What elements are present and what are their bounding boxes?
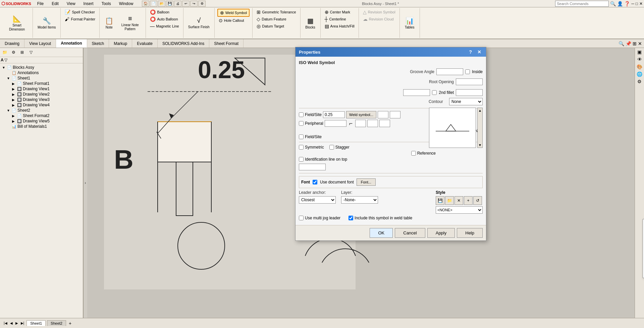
- geometric-tolerance-btn[interactable]: ⊞ Geometric Tolerance: [255, 9, 297, 15]
- smart-dimension-btn[interactable]: 📐 Smart Dimension: [4, 13, 30, 33]
- toolbar-redo[interactable]: ↪: [190, 1, 198, 7]
- groove-extra-1[interactable]: [299, 164, 326, 170]
- tree-item-sheet-format1[interactable]: ▶ 📄 Sheet Format1: [1, 81, 82, 86]
- add-sheet-btn[interactable]: +: [69, 321, 71, 326]
- weld-value-input[interactable]: [323, 111, 345, 118]
- tree-item-bom1[interactable]: ▶ 📊 Bill of Materials1: [1, 124, 82, 129]
- leader-anchor-select[interactable]: Closest Left Right: [299, 196, 336, 204]
- menu-insert[interactable]: Insert: [82, 1, 96, 7]
- expand-drawing-view3[interactable]: ▶: [12, 98, 16, 102]
- filter-btn[interactable]: ▽: [27, 49, 35, 56]
- sheet-tab-2[interactable]: Sheet2: [47, 320, 66, 326]
- revision-symbol-btn[interactable]: △ Revision Symbol: [362, 9, 397, 15]
- peripheral-extra-3[interactable]: [379, 120, 390, 127]
- search-icon-tab[interactable]: 🔍: [619, 41, 624, 46]
- surface-finish-btn[interactable]: √ Surface Finish: [186, 15, 212, 31]
- right-icon-2[interactable]: 👁: [637, 56, 643, 63]
- datum-feature-btn[interactable]: ◇ Datum Feature: [255, 16, 297, 22]
- tree-item-sheet2[interactable]: ▼ 📄 Sheet2: [1, 108, 82, 113]
- tree-item-drawing-view1[interactable]: ▶ 🔲 Drawing View1: [1, 86, 82, 92]
- menu-file[interactable]: File: [35, 1, 46, 7]
- search-commands-input[interactable]: [555, 1, 609, 7]
- tree-item-annotations[interactable]: ▶ 📋 Annotations: [1, 70, 82, 75]
- style-delete-btn[interactable]: ✕: [454, 196, 463, 205]
- cancel-button[interactable]: Cancel: [395, 228, 425, 238]
- contour-select-top[interactable]: None Flat Convex Concave: [449, 98, 483, 105]
- symmetric-checkbox[interactable]: [299, 145, 304, 150]
- style-save-btn[interactable]: 💾: [436, 196, 444, 205]
- toolbar-undo[interactable]: ↩: [182, 1, 190, 7]
- tree-item-drawing-view4[interactable]: ▶ 🔲 Drawing View4: [1, 102, 82, 108]
- expand-sheet-format2[interactable]: ▶: [12, 114, 16, 118]
- second-fillet-input-left[interactable]: [403, 89, 430, 96]
- expand-drawing-view5[interactable]: ▶: [12, 119, 16, 123]
- include-symbol-checkbox[interactable]: [348, 216, 353, 220]
- filter-icon-btn[interactable]: ▽: [4, 58, 7, 62]
- weld-symbol-picker-btn[interactable]: Weld symbol...: [346, 111, 376, 118]
- blocks-btn[interactable]: ▦ Blocks: [303, 15, 317, 31]
- toolbar-save[interactable]: 💾: [166, 1, 173, 7]
- sheet-tab-1[interactable]: Sheet1: [26, 320, 46, 326]
- second-fillet-checkbox[interactable]: [432, 90, 437, 95]
- weld-extra-input-1[interactable]: [378, 111, 388, 118]
- linear-note-pattern-btn[interactable]: ≡ Linear Note Pattern: [117, 13, 143, 33]
- config-manager-btn[interactable]: ⊞: [18, 49, 26, 56]
- menu-edit[interactable]: Edit: [50, 1, 61, 7]
- auto-balloon-btn[interactable]: ⭕ Auto Balloon: [149, 16, 180, 22]
- toolbar-print[interactable]: 🖨: [174, 1, 181, 7]
- menu-tools[interactable]: Tools: [100, 1, 113, 7]
- tables-btn[interactable]: 📊 Tables: [403, 15, 417, 31]
- tab-view-layout[interactable]: View Layout: [24, 39, 56, 48]
- collapse-tab-icon[interactable]: ✕: [638, 41, 642, 46]
- multi-jog-checkbox[interactable]: [299, 216, 304, 220]
- peripheral-checkbox[interactable]: [299, 121, 304, 126]
- revision-cloud-btn[interactable]: ☁ Revision Cloud: [362, 16, 397, 22]
- pin-icon[interactable]: 📌: [626, 41, 631, 46]
- expand-icon[interactable]: ⊞: [633, 41, 637, 46]
- right-icon-3[interactable]: 🎨: [636, 63, 643, 70]
- expand-drawing-view4[interactable]: ▶: [12, 103, 16, 107]
- layer-select[interactable]: -None-: [341, 196, 378, 204]
- tab-sheet-format[interactable]: Sheet Format: [209, 39, 244, 48]
- datum-target-btn[interactable]: ◎ Datum Target: [255, 23, 297, 30]
- minimize-icon[interactable]: ─: [631, 1, 634, 6]
- reference-checkbox[interactable]: [411, 151, 416, 156]
- sheet-prev-btn[interactable]: ◀: [9, 321, 14, 325]
- area-hatch-fill-btn[interactable]: ▤ Area Hatch/Fill: [323, 23, 356, 30]
- dialog-help-btn[interactable]: ?: [468, 49, 473, 55]
- sheet-first-btn[interactable]: |◀: [3, 321, 8, 325]
- tab-sketch[interactable]: Sketch: [87, 39, 109, 48]
- feature-manager-btn[interactable]: 📁: [1, 49, 9, 56]
- note-btn[interactable]: 📋 Note: [102, 15, 116, 31]
- hole-callout-btn[interactable]: ⊙ Hole Callout: [217, 17, 250, 24]
- style-reset-btn[interactable]: ↺: [473, 196, 482, 205]
- root-opening-input[interactable]: [456, 78, 483, 85]
- expand-sheet2[interactable]: ▼: [7, 109, 11, 112]
- inside-checkbox[interactable]: [465, 69, 470, 74]
- sheet-next-btn[interactable]: ▶: [14, 321, 19, 325]
- tree-item-drawing-view3[interactable]: ▶ 🔲 Drawing View3: [1, 97, 82, 102]
- peripheral-input[interactable]: [325, 120, 346, 127]
- right-icon-1[interactable]: ▣: [637, 49, 642, 55]
- spell-checker-btn[interactable]: 📝 Spell Checker: [63, 9, 97, 15]
- ok-button[interactable]: OK: [370, 228, 393, 238]
- tab-annotation[interactable]: Annotation: [56, 39, 87, 48]
- model-items-btn[interactable]: 🔧 Model Items: [36, 15, 58, 31]
- peripheral-extra-1[interactable]: [355, 120, 366, 127]
- scroll-down-btn[interactable]: ▼: [478, 143, 482, 148]
- use-doc-font-checkbox[interactable]: [313, 180, 317, 184]
- balloon-btn[interactable]: ⭕ Balloon: [149, 9, 180, 15]
- dialog-close-btn[interactable]: ✕: [476, 49, 483, 55]
- expand-sheet1[interactable]: ▼: [7, 76, 11, 80]
- right-icon-5[interactable]: ⚙: [637, 78, 642, 85]
- id-line-checkbox[interactable]: [299, 157, 304, 162]
- expand-drawing-view1[interactable]: ▶: [12, 87, 16, 91]
- stagger-checkbox[interactable]: [329, 145, 334, 150]
- toolbar-settings[interactable]: ⚙: [198, 1, 206, 7]
- maximize-icon[interactable]: □: [636, 1, 638, 6]
- tab-addins[interactable]: SOLIDWORKS Add-Ins: [158, 39, 209, 48]
- tab-evaluate[interactable]: Evaluate: [132, 39, 158, 48]
- magnetic-line-btn[interactable]: — Magnetic Line: [149, 23, 180, 30]
- expand-drawing-view2[interactable]: ▶: [12, 93, 16, 96]
- tab-markup[interactable]: Markup: [109, 39, 132, 48]
